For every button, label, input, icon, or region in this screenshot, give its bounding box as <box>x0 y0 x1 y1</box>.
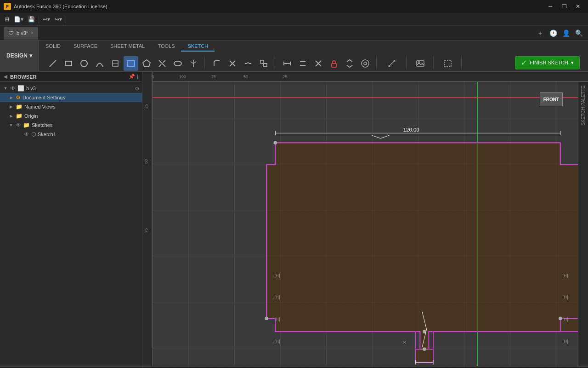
fillet-button[interactable] <box>209 56 224 71</box>
app-menu-button[interactable]: ⊞ <box>3 14 11 24</box>
close-button[interactable]: ✕ <box>571 0 584 13</box>
sketch-shape <box>266 143 578 362</box>
svg-rect-9 <box>264 63 267 67</box>
tab-surface[interactable]: SURFACE <box>67 41 104 52</box>
svg-text:100: 100 <box>179 75 186 79</box>
constraint-icon-3: [H] <box>274 316 280 322</box>
tree-item-bv3[interactable]: ▼ 👁 ⬜ b v3 ⊙ <box>0 84 142 93</box>
tree-item-named-views[interactable]: ▶ 📁 Named Views <box>0 102 142 111</box>
corner-dot-br <box>559 316 562 320</box>
svg-rect-2 <box>127 61 135 66</box>
browser-expand-button[interactable]: | <box>137 74 138 80</box>
concentric-constraint[interactable] <box>358 56 373 71</box>
scale-button[interactable] <box>256 56 271 71</box>
image-button[interactable] <box>413 56 428 71</box>
arc-button[interactable] <box>92 56 107 71</box>
inspect-group: INSPECT▾ <box>378 56 407 69</box>
collapse-arrow[interactable]: ◀ <box>4 74 7 79</box>
rectangle-button[interactable] <box>61 56 76 71</box>
app-icon: F <box>4 3 11 10</box>
browser-pin-button[interactable]: 📌 <box>129 74 135 80</box>
dim-top-text: 120.00 <box>403 127 419 132</box>
extend-button[interactable] <box>225 56 240 71</box>
tree-arrow-bv3[interactable]: ▼ <box>3 86 8 91</box>
tab-account-button[interactable]: 👤 <box>560 28 571 39</box>
tree-arrow-doc[interactable]: ▶ <box>8 95 14 100</box>
svg-point-1 <box>81 60 87 67</box>
create-group: CREATE▾ <box>42 56 205 69</box>
finish-sketch-label: FINISH SKETCH <box>530 60 568 65</box>
tree-item-origin[interactable]: ▶ 📁 Origin <box>0 111 142 121</box>
tree-bv3-eye[interactable]: ⊙ <box>135 86 139 92</box>
tab-b-v3[interactable]: 🛡 b v3* × <box>4 27 38 40</box>
tree-item-doc-settings[interactable]: ▶ ⚙ Document Settings <box>0 93 142 102</box>
ribbon-tools: CREATE▾ <box>39 54 588 71</box>
sketch-tools-button[interactable] <box>108 56 123 71</box>
tree-arrow-named[interactable]: ▶ <box>8 104 14 109</box>
ruler-left-svg: 25 50 75 <box>142 72 153 348</box>
line-button[interactable] <box>45 56 60 71</box>
new-button[interactable]: 📄▾ <box>12 14 25 24</box>
ribbon-tabs: SOLID SURFACE SHEET METAL TOOLS SKETCH <box>39 40 588 54</box>
tree-icon-sk1-eye[interactable]: 👁 <box>24 131 29 138</box>
tree-label-doc: Document Settings <box>23 95 65 100</box>
minimize-button[interactable]: ─ <box>544 0 557 13</box>
rectangle2-button[interactable] <box>124 56 138 71</box>
circle-button[interactable] <box>77 56 91 71</box>
tree-item-sketch1[interactable]: ▶ 👁 ⬡ Sketch1 <box>0 130 142 139</box>
finish-sketch-button[interactable]: ✓ FINISH SKETCH ▾ <box>515 56 580 69</box>
tab-search-button[interactable]: 🔍 <box>573 28 584 39</box>
tree-label-named: Named Views <box>24 104 56 109</box>
browser-label: BROWSER <box>10 74 36 80</box>
select-button[interactable] <box>441 56 455 71</box>
design-button[interactable]: DESIGN ▾ <box>0 40 39 71</box>
horizontal-constraint[interactable] <box>280 56 294 71</box>
svg-text:50: 50 <box>243 75 248 79</box>
ruler-top-svg: 125 100 75 50 25 <box>142 72 588 82</box>
tab-tools[interactable]: TOOLS <box>151 41 181 52</box>
finish-sketch-icon: ✓ <box>521 58 527 67</box>
constraint-icon-1: [H] <box>274 273 280 278</box>
break-button[interactable] <box>241 56 255 71</box>
tree-label-sketches: Sketches <box>32 122 52 128</box>
tab-solid[interactable]: SOLID <box>39 41 67 52</box>
new-tab-button[interactable]: + <box>535 28 546 39</box>
polygon-button[interactable] <box>139 56 154 71</box>
offset-button[interactable] <box>170 56 185 71</box>
svg-rect-23 <box>417 61 424 66</box>
tab-sheet-metal[interactable]: SHEET METAL <box>104 41 151 52</box>
mirror-button[interactable] <box>186 56 201 71</box>
tab-history-button[interactable]: 🕐 <box>548 28 559 39</box>
restore-button[interactable]: ❐ <box>558 0 571 13</box>
svg-text:25: 25 <box>283 75 287 79</box>
trim-button[interactable] <box>155 56 170 71</box>
tree-arrow-origin[interactable]: ▶ <box>8 113 14 119</box>
lock-constraint[interactable] <box>327 56 341 71</box>
tab-close-button[interactable]: × <box>31 30 34 35</box>
corner-dot-bl <box>265 316 268 320</box>
redo-button[interactable]: ↪▾ <box>53 14 64 24</box>
constraint-x: ✕ <box>402 339 407 345</box>
app-title: Autodesk Fusion 360 (Education License) <box>14 4 107 9</box>
modify-buttons <box>209 56 271 71</box>
svg-rect-17 <box>332 63 336 67</box>
tab-sketch[interactable]: SKETCH <box>181 41 215 52</box>
title-bar-left: F Autodesk Fusion 360 (Education License… <box>4 3 107 10</box>
equal-constraint[interactable] <box>342 56 357 71</box>
save-button[interactable]: 💾 <box>26 14 37 24</box>
notch-dot <box>423 347 426 351</box>
undo-button[interactable]: ↩▾ <box>41 14 52 24</box>
title-bar-right: ─ ❐ ✕ <box>544 0 584 13</box>
tree-icon-doc: ⚙ <box>16 94 21 101</box>
tree-item-sketches[interactable]: ▼ 👁 📁 Sketches <box>0 121 142 130</box>
ribbon: DESIGN ▾ SOLID SURFACE SHEET METAL TOOLS… <box>0 40 588 72</box>
sketch-drawing: 120.00 10.00 3.00 58.00 10.00 <box>153 82 578 366</box>
main-area: ◀ BROWSER 📌 | ▼ 👁 ⬜ b v3 ⊙ ▶ ⚙ Document … <box>0 72 588 366</box>
svg-text:75: 75 <box>211 75 216 79</box>
parallel-constraint[interactable] <box>295 56 310 71</box>
tab-label: b v3* <box>17 30 28 36</box>
measure-button[interactable] <box>384 56 399 71</box>
viewport[interactable]: 125 100 75 50 25 25 50 75 FRONT <box>142 72 588 366</box>
tree-arrow-sketches[interactable]: ▼ <box>8 122 14 128</box>
perpendicular-constraint[interactable] <box>311 56 326 71</box>
